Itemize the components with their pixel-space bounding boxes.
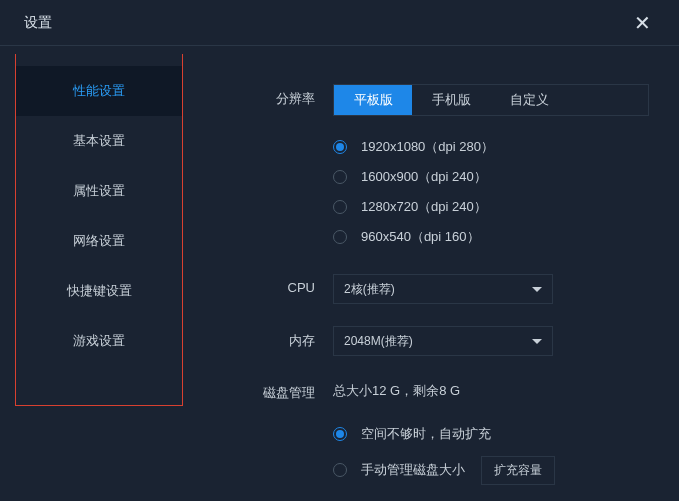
sidebar-item-performance[interactable]: 性能设置 [16, 66, 182, 116]
radio-icon [333, 200, 347, 214]
radio-icon [333, 463, 347, 477]
memory-select[interactable]: 2048M(推荐) [333, 326, 553, 356]
sidebar-item-label: 性能设置 [73, 82, 125, 100]
disk-option-manual[interactable]: 手动管理磁盘大小 扩充容量 [333, 452, 649, 488]
tab-custom[interactable]: 自定义 [490, 85, 568, 115]
sidebar-item-label: 基本设置 [73, 132, 125, 150]
resolution-option-960[interactable]: 960x540（dpi 160） [333, 222, 649, 252]
sidebar-item-game[interactable]: 游戏设置 [16, 316, 182, 366]
radio-icon [333, 427, 347, 441]
radio-icon [333, 170, 347, 184]
sidebar: 性能设置 基本设置 属性设置 网络设置 快捷键设置 游戏设置 [15, 54, 183, 406]
tab-phone[interactable]: 手机版 [412, 85, 490, 115]
chevron-down-icon [532, 339, 542, 344]
sidebar-item-property[interactable]: 属性设置 [16, 166, 182, 216]
resolution-tabs: 平板版 手机版 自定义 [333, 84, 649, 116]
sidebar-item-shortcut[interactable]: 快捷键设置 [16, 266, 182, 316]
main-panel: 分辨率 平板版 手机版 自定义 1920x1080（dpi 280） 1600x… [183, 46, 679, 501]
sidebar-item-label: 网络设置 [73, 232, 125, 250]
cpu-select[interactable]: 2核(推荐) [333, 274, 553, 304]
expand-capacity-button[interactable]: 扩充容量 [481, 456, 555, 485]
sidebar-item-network[interactable]: 网络设置 [16, 216, 182, 266]
resolution-option-1280[interactable]: 1280x720（dpi 240） [333, 192, 649, 222]
resolution-label: 分辨率 [243, 84, 315, 108]
disk-option-auto[interactable]: 空间不够时，自动扩充 [333, 416, 649, 452]
titlebar: 设置 ✕ [0, 0, 679, 46]
memory-label: 内存 [243, 326, 315, 350]
window-title: 设置 [24, 14, 52, 32]
cpu-value: 2核(推荐) [344, 281, 395, 298]
disk-label: 磁盘管理 [243, 378, 315, 402]
radio-icon [333, 140, 347, 154]
sidebar-item-label: 快捷键设置 [67, 282, 132, 300]
resolution-option-1920[interactable]: 1920x1080（dpi 280） [333, 132, 649, 162]
radio-icon [333, 230, 347, 244]
sidebar-item-label: 属性设置 [73, 182, 125, 200]
cpu-label: CPU [243, 274, 315, 295]
memory-value: 2048M(推荐) [344, 333, 413, 350]
close-icon[interactable]: ✕ [626, 7, 659, 39]
disk-info: 总大小12 G，剩余8 G [333, 378, 649, 400]
chevron-down-icon [532, 287, 542, 292]
sidebar-item-basic[interactable]: 基本设置 [16, 116, 182, 166]
tab-tablet[interactable]: 平板版 [334, 85, 412, 115]
resolution-option-1600[interactable]: 1600x900（dpi 240） [333, 162, 649, 192]
sidebar-item-label: 游戏设置 [73, 332, 125, 350]
